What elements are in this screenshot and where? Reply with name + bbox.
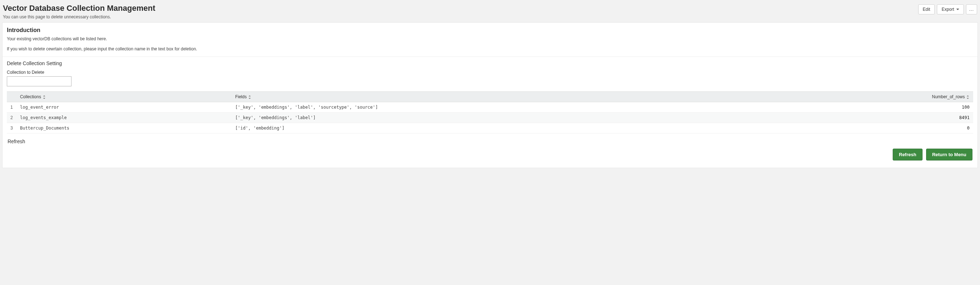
export-label: Export [942, 6, 954, 12]
refresh-section-label: Refresh [8, 139, 973, 144]
table-header-number-of-rows[interactable]: Number_of_rows [803, 92, 973, 102]
fields-cell: ['_key', 'embeddings', 'label'] [232, 113, 803, 123]
export-dropdown-button[interactable]: Export [937, 4, 964, 14]
caret-down-icon [956, 9, 959, 10]
table-header-fields[interactable]: Fields [232, 92, 803, 102]
collection-to-delete-label: Collection to Delete [7, 70, 973, 75]
divider [3, 56, 977, 57]
collection-to-delete-input[interactable] [7, 76, 72, 86]
delete-panel-title: Delete Collection Setting [7, 61, 973, 66]
table-header-collections[interactable]: Collections [16, 92, 232, 102]
row-count-cell: 8491 [803, 113, 973, 123]
page-subtitle: You can use this page to delete unnecess… [3, 14, 155, 19]
more-actions-button[interactable]: ... [966, 4, 977, 14]
header-actions: Edit Export ... [918, 3, 977, 14]
fields-cell: ['id', 'embedding'] [232, 123, 803, 133]
row-number: 2 [7, 113, 16, 123]
row-count-cell: 100 [803, 102, 973, 113]
return-to-menu-button[interactable]: Return to Menu [926, 149, 972, 160]
sort-icon [967, 95, 970, 99]
sort-icon [248, 95, 251, 99]
header-label: Number_of_rows [932, 94, 964, 99]
collection-name-cell: log_event_error [16, 102, 232, 113]
page-title: Vector Database Collection Management [3, 3, 155, 13]
intro-line-1: Your existing vectorDB collections will … [7, 36, 973, 42]
collections-tbody: 1log_event_error['_key', 'embeddings', '… [7, 102, 973, 133]
edit-button[interactable]: Edit [918, 4, 935, 14]
collections-table: Collections Fields Number_of_rows 1log_e… [7, 91, 973, 133]
header-label: Fields [235, 94, 247, 99]
table-row: 2log_events_example['_key', 'embeddings'… [7, 113, 973, 123]
collection-name-cell: Buttercup_Documents [16, 123, 232, 133]
collection-name-cell: log_events_example [16, 113, 232, 123]
row-number: 1 [7, 102, 16, 113]
table-row: 1log_event_error['_key', 'embeddings', '… [7, 102, 973, 113]
row-count-cell: 0 [803, 123, 973, 133]
refresh-button[interactable]: Refresh [893, 149, 922, 160]
table-row: 3Buttercup_Documents['id', 'embedding']0 [7, 123, 973, 133]
sort-icon [43, 95, 46, 99]
intro-heading: Introduction [7, 27, 973, 34]
fields-cell: ['_key', 'embeddings', 'label', 'sourcet… [232, 102, 803, 113]
intro-line-2: If you wish to delete cewrtain collectio… [7, 46, 973, 51]
row-number: 3 [7, 123, 16, 133]
header-label: Collections [20, 94, 41, 99]
table-header-rownum [7, 92, 16, 102]
